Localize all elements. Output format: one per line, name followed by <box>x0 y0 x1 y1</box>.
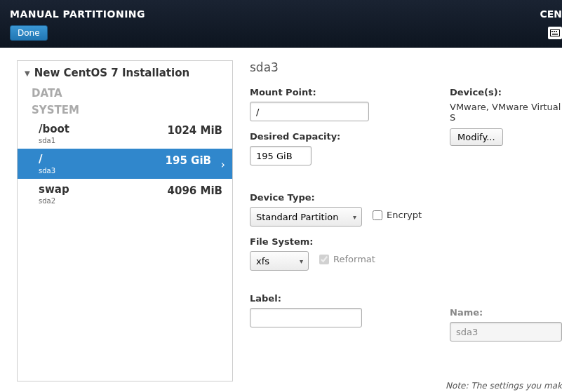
chevron-down-icon: ▼ <box>25 69 30 77</box>
partition-device: sda3 <box>39 167 222 175</box>
reformat-checkbox <box>319 255 329 264</box>
tree-title: New CentOS 7 Installation <box>34 67 189 79</box>
partition-row-swap[interactable]: swap 4096 MiB sda2 <box>18 179 232 209</box>
done-button[interactable]: Done <box>10 25 48 41</box>
detail-title: sda3 <box>250 60 562 87</box>
label-label: Label: <box>250 293 436 304</box>
devices-label: Device(s): <box>450 87 562 97</box>
footer-note: Note: The settings you mak <box>446 381 562 391</box>
section-system: SYSTEM <box>18 102 232 119</box>
chevron-right-icon: › <box>221 157 225 170</box>
tree-header[interactable]: ▼ New CentOS 7 Installation <box>18 61 232 85</box>
main-content: ▼ New CentOS 7 Installation DATA SYSTEM … <box>0 48 562 392</box>
partition-device: sda1 <box>39 137 222 144</box>
reformat-label: Reformat <box>333 254 375 264</box>
keyboard-icon[interactable] <box>548 27 562 39</box>
partition-row-boot[interactable]: /boot 1024 MiB sda1 <box>18 119 232 149</box>
devices-text: VMware, VMware Virtual S <box>450 102 562 123</box>
header-distro: CEN <box>540 8 562 20</box>
modify-button[interactable]: Modify... <box>450 128 503 146</box>
partition-device: sda2 <box>39 197 222 205</box>
desired-capacity-input[interactable] <box>250 146 312 165</box>
section-data: DATA <box>18 85 232 102</box>
partition-size: 1024 MiB <box>168 124 222 137</box>
file-system-select[interactable]: xfs <box>250 251 309 271</box>
left-panel: ▼ New CentOS 7 Installation DATA SYSTEM … <box>0 48 233 392</box>
name-label: Name: <box>450 307 562 318</box>
encrypt-checkbox[interactable] <box>373 210 382 220</box>
partition-size: 4096 MiB <box>168 184 222 197</box>
label-input[interactable] <box>250 308 362 327</box>
device-type-label: Device Type: <box>250 192 436 203</box>
mount-point-label: Mount Point: <box>250 87 436 97</box>
partition-list: ▼ New CentOS 7 Installation DATA SYSTEM … <box>17 60 233 381</box>
svg-rect-3 <box>554 31 555 32</box>
encrypt-label: Encrypt <box>387 210 422 220</box>
svg-rect-5 <box>552 34 558 35</box>
device-type-select[interactable]: Standard Partition <box>250 207 362 227</box>
name-input <box>450 322 562 342</box>
page-title: MANUAL PARTITIONING <box>10 8 552 20</box>
partition-row-root[interactable]: / 195 GiB sda3 › <box>18 149 232 179</box>
svg-rect-4 <box>556 31 557 32</box>
svg-rect-2 <box>551 31 553 32</box>
header-bar: MANUAL PARTITIONING CEN Done <box>0 0 562 48</box>
desired-capacity-label: Desired Capacity: <box>250 131 436 142</box>
right-panel: sda3 Mount Point: Desired Capacity: <box>233 48 562 392</box>
partition-size: 195 GiB <box>166 154 211 167</box>
file-system-label: File System: <box>250 236 436 247</box>
mount-point-input[interactable] <box>250 102 369 121</box>
